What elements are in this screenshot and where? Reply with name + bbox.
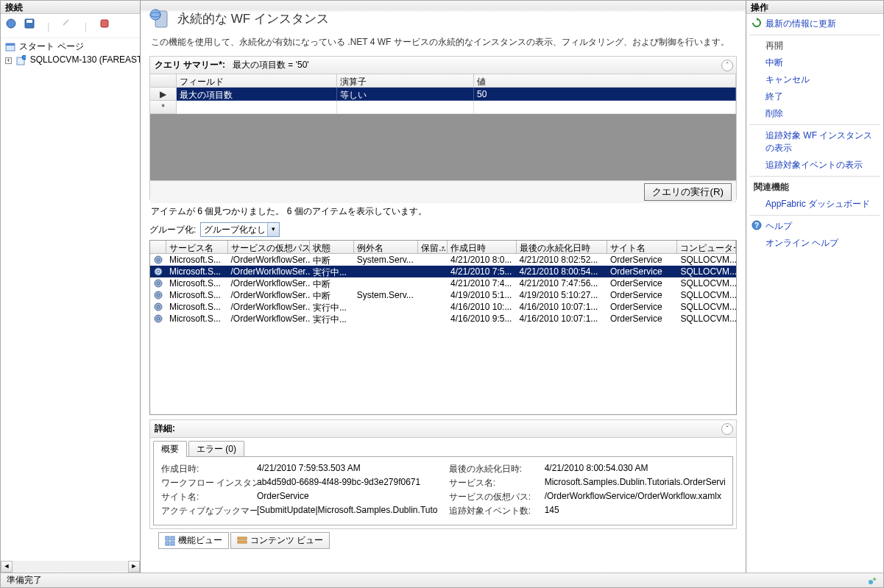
detail-created-label: 作成日時: [161,463,257,475]
action-online-help[interactable]: オンライン ヘルプ [749,235,880,252]
scroll-left-icon[interactable]: ◄ [1,561,13,573]
save-icon[interactable] [21,17,38,33]
tree-server-node[interactable]: + SQLLOCVM-130 (FAREAST\w [4,54,138,66]
expand-icon[interactable]: + [5,57,12,64]
status-bar: 準備完了 [1,573,883,587]
tab-content-label: コンテンツ ビュー [250,534,323,547]
divider: | [77,18,93,35]
list-cell: OrderService [607,289,678,301]
connect-icon[interactable] [3,17,19,33]
svg-point-31 [869,580,873,584]
action-view-tracked-events[interactable]: 追跡対象イベントの表示 [749,157,880,174]
list-col-3[interactable]: 例外名 [354,241,419,254]
query-col-field[interactable]: フィールド [177,74,337,88]
details-bar[interactable]: 詳細: ˇ [149,419,737,438]
list-cell: OrderService [607,313,678,325]
svg-rect-28 [238,541,247,543]
list-cell: SQLLOCVM... [677,301,736,313]
action-help[interactable]: ? ヘルプ [749,218,880,235]
action-reopen[interactable]: 再開 [749,38,880,54]
collapse-icon[interactable]: ˇ [721,423,733,435]
query-summary-value: 最大の項目数 = '50' [233,59,309,71]
tab-overview[interactable]: 概要 [153,441,187,457]
list-cell: OrderService [607,254,678,266]
tree-horizontal-scrollbar[interactable]: ◄ ► [1,561,140,573]
connections-tree[interactable]: スタート ページ + SQLLOCVM-130 (FAREAST\w [1,38,140,561]
list-cell [418,266,448,277]
detail-vpath-label: サービスの仮想パス: [449,491,545,503]
detail-events-value: 145 [545,505,725,517]
stop-icon[interactable] [96,17,113,33]
list-col-4[interactable]: 保留...▾ [418,241,448,254]
list-cell: SQLLOCVM... [677,266,736,277]
query-row[interactable]: ▶ 最大の項目数 等しい 50 [150,88,736,101]
list-cell [354,277,419,289]
query-col-op[interactable]: 演算子 [337,74,474,88]
list-cell: 4/21/2010 7:4... [448,277,517,289]
action-refresh[interactable]: 最新の情報に更新 [749,15,880,32]
table-row[interactable]: Microsoft.S.../OrderWorkflowSer...実行中...… [150,313,736,325]
list-summary: アイテムが 6 個見つかりました。 6 個のアイテムを表示しています。 [149,199,737,222]
query-cell-field[interactable]: 最大の項目数 [177,88,337,101]
list-col-0[interactable]: サービス名 [166,241,228,254]
action-suspend[interactable]: 中断 [749,54,880,71]
action-dashboard[interactable]: AppFabric ダッシュボード [749,196,880,213]
execute-query-button[interactable]: クエリの実行(R) [644,183,732,201]
detail-created-value: 4/21/2010 7:59:53.503 AM [257,463,437,475]
list-cell: Microsoft.S... [166,277,228,289]
tab-content-view[interactable]: コンテンツ ビュー [230,532,330,549]
list-col-1[interactable]: サービスの仮想パス [228,241,310,254]
action-refresh-label: 最新の情報に更新 [765,18,836,29]
list-col-7[interactable]: サイト名 [607,241,678,254]
attach-icon[interactable] [59,17,75,33]
group-by-combo[interactable]: ▾ [200,222,280,237]
query-cell-value[interactable]: 50 [474,88,736,101]
list-cell: 中断 [310,277,354,289]
tab-features-view[interactable]: 機能ビュー [158,532,229,549]
features-icon [165,536,175,546]
collapse-icon[interactable]: ˆ [721,60,733,71]
action-view-tracked-instances[interactable]: 追跡対象 WF インスタンスの表示 [749,127,880,157]
action-help-label: ヘルプ [765,221,792,231]
scroll-right-icon[interactable]: ► [128,561,140,573]
query-summary-bar[interactable]: クエリ サマリー*: 最大の項目数 = '50' ˆ [149,56,737,74]
table-row[interactable]: Microsoft.S.../OrderWorkflowSer...実行中...… [150,266,736,277]
svg-point-7 [22,55,26,60]
table-row[interactable]: Microsoft.S.../OrderWorkflowSer...中断Syst… [150,289,736,301]
list-cell: OrderService [607,301,678,313]
list-cell: /OrderWorkflowSer... [228,313,310,325]
group-by-value[interactable] [201,224,267,235]
help-icon: ? [751,219,763,231]
list-col-2[interactable]: 状態 [310,241,354,254]
tab-errors[interactable]: エラー (0) [188,441,244,457]
list-col-6[interactable]: 最後の永続化日時 [517,241,607,254]
table-row[interactable]: Microsoft.S.../OrderWorkflowSer...中断4/21… [150,277,736,289]
gear-icon [150,313,166,325]
list-col-icon[interactable] [150,241,166,254]
detail-wfid-label: ワークフロー インスタンス... [161,477,257,489]
tree-start-page[interactable]: スタート ページ [4,40,138,54]
svg-rect-2 [26,20,32,23]
list-cell: System.Serv... [354,254,419,266]
list-cell [418,277,448,289]
table-row[interactable]: Microsoft.S.../OrderWorkflowSer...中断Syst… [150,254,736,266]
list-col-5[interactable]: 作成日時 [448,241,517,254]
action-cancel[interactable]: キャンセル [749,71,880,88]
query-grid: フィールド 演算子 値 ▶ 最大の項目数 等しい 50 * [149,74,737,199]
dropdown-icon[interactable]: ▾ [267,223,279,236]
query-new-row[interactable]: * [150,101,736,114]
list-cell: /OrderWorkflowSer... [228,301,310,313]
action-terminate[interactable]: 終了 [749,88,880,105]
instance-list[interactable]: サービス名サービスの仮想パス状態例外名保留...▾作成日時最後の永続化日時サイト… [149,240,737,415]
query-cell-op[interactable]: 等しい [337,88,474,101]
svg-rect-27 [238,537,247,539]
status-icon [867,575,877,586]
svg-point-16 [157,282,160,285]
list-cell [418,289,448,301]
svg-point-20 [157,305,160,308]
query-col-value[interactable]: 値 [474,74,736,88]
table-row[interactable]: Microsoft.S.../OrderWorkflowSer...実行中...… [150,301,736,313]
svg-rect-3 [101,20,108,27]
list-col-8[interactable]: コンピューター [677,241,736,254]
action-delete[interactable]: 削除 [749,105,880,122]
